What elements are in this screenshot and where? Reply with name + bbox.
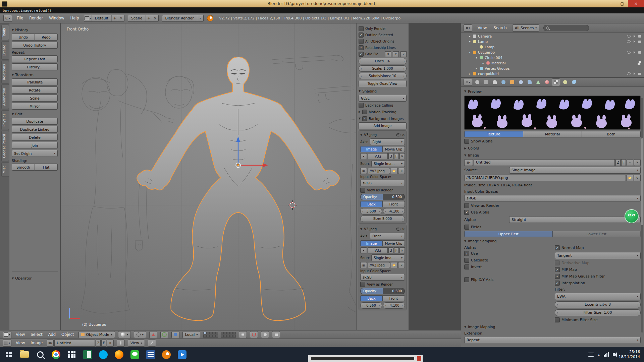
- tab-render-layers[interactable]: [482, 79, 490, 86]
- tree-row[interactable]: ▾Uvcuerpo: [464, 50, 641, 55]
- image-mapping-panel-header[interactable]: ▼Image Mapping: [464, 324, 641, 330]
- extension-dropdown[interactable]: Repeat▾: [464, 337, 641, 343]
- back-front-toggle[interactable]: BackFront: [360, 295, 405, 301]
- reload-image-icon[interactable]: ↻: [634, 175, 641, 181]
- app-grid-icon[interactable]: [64, 347, 79, 362]
- eccentricity-field[interactable]: ‹Eccentricity: 8›: [555, 301, 641, 308]
- eye-icon[interactable]: [627, 40, 631, 43]
- eye-icon[interactable]: [627, 51, 631, 54]
- vp-menu-add[interactable]: Add: [47, 332, 57, 337]
- firefox-icon[interactable]: [111, 347, 127, 362]
- grid-subdivisions-field[interactable]: ‹Subdivisions: 10›: [359, 73, 407, 79]
- axis-z-toggle[interactable]: Z: [400, 51, 407, 57]
- image-sampling-panel-header[interactable]: ▼Image Sampling: [464, 238, 641, 244]
- chrome-icon[interactable]: [48, 347, 64, 362]
- open-file-icon[interactable]: 📂: [391, 168, 397, 174]
- viewport-3d[interactable]: Front Ortho (2) Uvcuerpo Only Render Out…: [61, 23, 409, 330]
- image-datablock-name[interactable]: V3.j: [368, 247, 388, 253]
- mode-dropdown[interactable]: Object Mode▾: [78, 331, 115, 338]
- backface-culling-checkbox[interactable]: Backface Culling: [359, 103, 407, 108]
- render-anim-icon[interactable]: [272, 331, 280, 338]
- view-as-render-checkbox[interactable]: View as Render: [360, 282, 405, 287]
- grid-scale-field[interactable]: ‹Scale: 1.000›: [359, 65, 407, 72]
- transform-panel-header[interactable]: ▼Transform: [12, 73, 58, 77]
- undo-button[interactable]: Undo: [12, 34, 35, 41]
- normal-space-dropdown[interactable]: Tangent▾: [555, 252, 641, 259]
- delete-scene-button[interactable]: ×: [152, 15, 158, 21]
- file-explorer-icon[interactable]: [16, 347, 32, 362]
- selectable-icon[interactable]: [634, 40, 635, 43]
- offset-y-field[interactable]: ‹-4.100›: [383, 208, 405, 215]
- excel-icon[interactable]: [79, 347, 95, 362]
- color-space-dropdown[interactable]: sRGB▾: [360, 274, 405, 281]
- screen-layout-selector[interactable]: ▾ Default + ×: [84, 15, 124, 22]
- tab-create[interactable]: Create: [1, 41, 9, 60]
- pivot-dropdown[interactable]: ▾: [134, 331, 146, 338]
- selectable-icon[interactable]: [634, 51, 635, 54]
- add-layout-button[interactable]: +: [111, 15, 118, 21]
- alpha-mode-dropdown[interactable]: Straight▾: [509, 216, 641, 223]
- vp-menu-select[interactable]: Select: [29, 332, 44, 337]
- tree-row[interactable]: Lamp: [464, 44, 641, 50]
- users-count-button[interactable]: 3: [388, 247, 393, 253]
- manipulator-rotate-toggle[interactable]: [160, 331, 168, 338]
- flat-button[interactable]: Flat: [35, 164, 58, 171]
- search-icon[interactable]: [32, 347, 48, 362]
- tree-row[interactable]: ▾Circle.004: [464, 55, 641, 60]
- uv-menu-view[interactable]: View: [14, 341, 26, 345]
- tree-row[interactable]: ▸Vertex Groups: [464, 66, 641, 71]
- tab-physics[interactable]: Physics: [1, 110, 9, 130]
- eye-icon[interactable]: [627, 72, 631, 75]
- menu-file[interactable]: File: [15, 16, 24, 20]
- normal-map-checkbox[interactable]: Normal Map: [555, 245, 641, 251]
- outliner-scope-dropdown[interactable]: All Scenes▾: [512, 24, 539, 32]
- render-engine-selector[interactable]: Blender Render ▾: [162, 15, 204, 22]
- tab-material[interactable]: [543, 79, 551, 86]
- tree-row[interactable]: ▸Camera: [464, 34, 641, 39]
- renderable-icon[interactable]: [638, 51, 641, 54]
- offset-x-field[interactable]: ‹3.600›: [360, 208, 382, 215]
- tab-grease-pencil[interactable]: Grease Pencil: [1, 131, 9, 161]
- flip-xy-checkbox[interactable]: Flip X/Y Axis: [464, 277, 550, 283]
- image-browse-icon[interactable]: ▦▾: [47, 340, 54, 347]
- close-icon[interactable]: [417, 356, 421, 361]
- preview-panel-header[interactable]: ▼Preview: [464, 88, 641, 94]
- color-space-dropdown[interactable]: sRGB▾: [464, 195, 641, 201]
- opacity-slider[interactable]: Opacity:0.500: [360, 194, 405, 200]
- invert-checkbox[interactable]: Invert: [464, 264, 550, 270]
- outliner-editor-type-icon[interactable]: ≣▾: [464, 24, 472, 32]
- filter-size-field[interactable]: ‹Filter Size: 1.00›: [555, 309, 641, 316]
- history-panel-header[interactable]: ▼History: [12, 28, 58, 32]
- relationship-lines-checkbox[interactable]: Relationship Lines: [359, 45, 407, 50]
- outliner-menu-search[interactable]: Search: [492, 25, 508, 30]
- network-icon[interactable]: [604, 352, 609, 357]
- filepath-field[interactable]: //V3.jpeg: [368, 262, 390, 268]
- properties-editor-type-icon[interactable]: ☰▾: [464, 79, 472, 86]
- filepath-field[interactable]: //V3.jpeg: [368, 168, 390, 174]
- grid-floor-checkbox[interactable]: Grid Flo X Y Z: [359, 51, 407, 57]
- selectable-icon[interactable]: [634, 35, 635, 38]
- chat-app-icon[interactable]: [127, 347, 143, 362]
- bg-axis-dropdown[interactable]: Front▾: [370, 233, 405, 239]
- preview-context-toggle[interactable]: TextureMaterialBoth: [464, 131, 641, 137]
- show-alpha-checkbox[interactable]: Show Alpha: [464, 139, 641, 144]
- min-filter-checkbox[interactable]: Minimum Filter Size: [555, 317, 641, 323]
- undo-history-button[interactable]: Undo History: [12, 42, 58, 49]
- mip-gaussian-checkbox[interactable]: MIP Map Gaussian filter: [555, 274, 641, 279]
- outliner-search-input[interactable]: [543, 25, 589, 31]
- motion-tracking-panel-header[interactable]: ▶Motion Tracking: [359, 109, 407, 115]
- axis-y-toggle[interactable]: Y: [393, 51, 399, 57]
- back-front-toggle[interactable]: BackFront: [360, 201, 405, 207]
- outline-selected-checkbox[interactable]: Outline Selected: [359, 32, 407, 38]
- translate-button[interactable]: Translate: [12, 78, 58, 85]
- minimize-button[interactable]: –: [605, 0, 616, 7]
- menu-render[interactable]: Render: [28, 16, 44, 20]
- join-button[interactable]: Join: [12, 142, 58, 149]
- fields-checkbox[interactable]: Fields: [464, 224, 641, 230]
- start-button[interactable]: [1, 347, 16, 362]
- visibility-eye-icon[interactable]: [396, 133, 400, 136]
- use-alpha-checkbox[interactable]: Use Alpha: [464, 209, 641, 215]
- show-hidden-icons[interactable]: ▴: [598, 353, 600, 356]
- tab-texture[interactable]: [552, 78, 560, 86]
- layers-left[interactable]: [203, 332, 218, 338]
